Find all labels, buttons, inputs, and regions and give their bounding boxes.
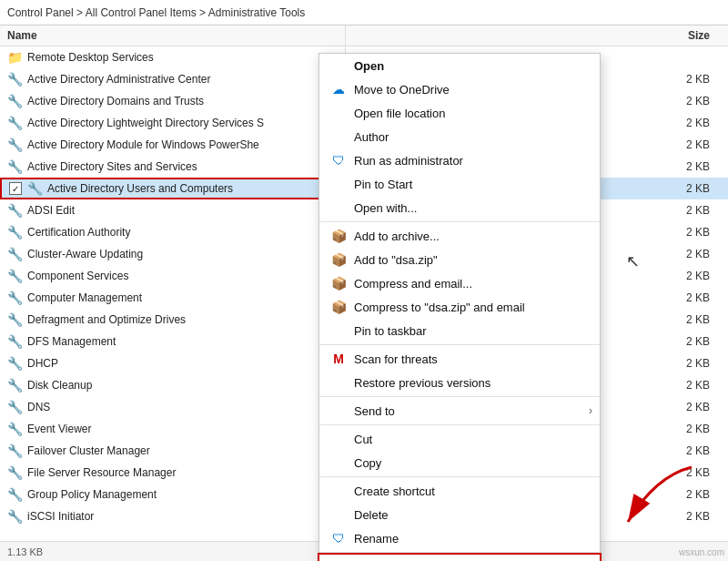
mmc-icon: 🔧 bbox=[7, 203, 22, 218]
context-menu-create-shortcut[interactable]: Create shortcut bbox=[319, 479, 600, 503]
context-menu-restore-prev[interactable]: Restore previous versions bbox=[319, 371, 600, 394]
restore-icon bbox=[330, 374, 347, 391]
context-menu-add-dsa-zip[interactable]: 📦 Add to "dsa.zip" bbox=[319, 248, 600, 271]
name-column-header: Name bbox=[7, 29, 37, 42]
list-item[interactable]: 📁 Remote Desktop Services bbox=[0, 46, 345, 68]
context-menu-properties[interactable]: Properties bbox=[319, 555, 600, 561]
file-items-list: 📁 Remote Desktop Services 🔧 Active Direc… bbox=[0, 46, 345, 556]
list-item[interactable]: 🔧 Active Directory Administrative Center bbox=[0, 68, 345, 90]
item-name: Group Policy Management bbox=[27, 488, 157, 501]
list-item[interactable]: 🔧 Active Directory Domains and Trusts bbox=[0, 90, 345, 112]
item-name: DHCP bbox=[27, 357, 58, 370]
item-name: DNS bbox=[27, 401, 50, 413]
archive-icon: 📦 bbox=[330, 299, 347, 315]
list-item[interactable]: 🔧 DHCP bbox=[0, 352, 345, 374]
location-icon bbox=[330, 105, 347, 121]
context-menu-pin-taskbar[interactable]: Pin to taskbar bbox=[319, 319, 600, 342]
list-item[interactable]: 🔧 DNS bbox=[0, 396, 345, 418]
context-menu-item-label: Run as administrator bbox=[354, 154, 463, 168]
context-menu-delete[interactable]: Delete bbox=[319, 503, 600, 526]
context-menu-item-label: Compress to "dsa.zip" and email bbox=[354, 301, 525, 314]
list-item[interactable]: 🔧 Group Policy Management bbox=[0, 484, 345, 505]
context-menu-send-to[interactable]: Send to › bbox=[319, 399, 600, 423]
item-name: Failover Cluster Manager bbox=[27, 444, 150, 457]
context-menu-author[interactable]: Author bbox=[319, 125, 600, 148]
mmc-icon: 🔧 bbox=[7, 116, 22, 130]
submenu-arrow-icon: › bbox=[589, 404, 592, 417]
context-menu-open-with[interactable]: Open with... bbox=[319, 196, 600, 219]
context-menu-item-label: Cut bbox=[354, 433, 372, 446]
list-item[interactable]: 🔧 Disk Cleanup bbox=[0, 374, 345, 396]
item-name: Active Directory Module for Windows Powe… bbox=[27, 138, 259, 151]
list-item[interactable]: 🔧 Cluster-Aware Updating bbox=[0, 243, 345, 265]
archive-icon: 📦 bbox=[330, 275, 347, 291]
context-menu-move-onedrive[interactable]: ☁ Move to OneDrive bbox=[319, 77, 600, 101]
context-menu-item-label: Add to archive... bbox=[354, 230, 440, 243]
item-name: Defragment and Optimize Drives bbox=[27, 313, 186, 326]
context-menu-run-admin[interactable]: 🛡 Run as administrator bbox=[319, 148, 600, 172]
item-name: Component Services bbox=[27, 270, 128, 282]
item-name: Remote Desktop Services bbox=[27, 51, 154, 64]
context-menu-item-label: Move to OneDrive bbox=[354, 83, 450, 97]
context-menu-compress-dsa-email[interactable]: 📦 Compress to "dsa.zip" and email bbox=[319, 295, 600, 319]
context-menu-open-location[interactable]: Open file location bbox=[319, 101, 600, 125]
mmc-icon: 🔧 bbox=[7, 356, 22, 371]
context-menu-copy[interactable]: Copy bbox=[319, 451, 600, 474]
list-item[interactable]: 🔧 Active Directory Lightweight Directory… bbox=[0, 112, 345, 134]
context-menu-scan-threats[interactable]: M Scan for threats bbox=[319, 347, 600, 371]
menu-separator bbox=[319, 396, 600, 397]
context-menu-item-label: Pin to taskbar bbox=[354, 324, 427, 338]
mmc-icon: 🔧 bbox=[7, 334, 22, 349]
context-menu-item-label: Send to bbox=[354, 404, 395, 418]
shield-icon: 🛡 bbox=[330, 152, 347, 168]
item-name: Cluster-Aware Updating bbox=[27, 248, 143, 260]
list-item[interactable]: 🔧 Event Viewer bbox=[0, 418, 345, 440]
context-menu-item-label: Compress and email... bbox=[354, 277, 472, 291]
list-item[interactable]: 🔧 Computer Management bbox=[0, 287, 345, 309]
list-item[interactable]: 🔧 Defragment and Optimize Drives bbox=[0, 309, 345, 331]
list-item[interactable]: 🔧 iSCSI Initiator bbox=[0, 505, 345, 527]
author-icon bbox=[330, 128, 347, 145]
file-list-header: Name bbox=[0, 26, 345, 46]
context-menu-item-label: Scan for threats bbox=[354, 352, 438, 366]
cut-icon bbox=[330, 431, 347, 447]
mmc-icon: 🔧 bbox=[7, 94, 22, 108]
context-menu-open[interactable]: Open bbox=[319, 54, 600, 77]
item-name: Disk Cleanup bbox=[27, 379, 92, 392]
context-menu-item-label: Open with... bbox=[354, 201, 417, 215]
list-item[interactable]: 🔧 File Server Resource Manager bbox=[0, 462, 345, 484]
list-item[interactable]: 🔧 DFS Management bbox=[0, 331, 345, 352]
mmc-icon: 🔧 bbox=[7, 247, 22, 261]
size-column-header: Size bbox=[346, 26, 728, 46]
open-icon bbox=[330, 57, 347, 74]
item-checkbox[interactable]: ✓ bbox=[9, 182, 22, 195]
context-menu-add-archive[interactable]: 📦 Add to archive... bbox=[319, 224, 600, 248]
list-item-selected[interactable]: ✓ 🔧 Active Directory Users and Computers bbox=[0, 178, 345, 199]
menu-separator bbox=[319, 344, 600, 345]
context-menu-pin-start[interactable]: Pin to Start bbox=[319, 172, 600, 196]
list-item[interactable]: 🔧 Certification Authority bbox=[0, 221, 345, 243]
main-container: Name 📁 Remote Desktop Services 🔧 Active … bbox=[0, 26, 728, 561]
context-menu-compress-email[interactable]: 📦 Compress and email... bbox=[319, 271, 600, 295]
list-item[interactable]: 🔧 Failover Cluster Manager bbox=[0, 440, 345, 462]
item-name: DFS Management bbox=[27, 335, 116, 348]
mmc-icon: 🔧 bbox=[7, 72, 22, 87]
mmc-icon: 🔧 bbox=[7, 159, 22, 174]
watermark: wsxun.com bbox=[679, 547, 724, 557]
mmc-icon: 🔧 bbox=[7, 291, 22, 305]
item-name: Active Directory Domains and Trusts bbox=[27, 95, 204, 107]
list-item[interactable]: 🔧 Active Directory Sites and Services bbox=[0, 156, 345, 178]
list-item[interactable]: 🔧 Active Directory Module for Windows Po… bbox=[0, 134, 345, 156]
context-menu-cut[interactable]: Cut bbox=[319, 427, 600, 451]
context-menu-rename[interactable]: 🛡 Rename bbox=[319, 526, 600, 550]
pin-icon bbox=[330, 176, 347, 192]
shortcut-icon bbox=[330, 483, 347, 499]
list-item[interactable]: 🔧 ADSI Edit bbox=[0, 199, 345, 221]
list-item[interactable]: 🔧 Component Services bbox=[0, 265, 345, 287]
menu-separator bbox=[319, 424, 600, 425]
delete-icon bbox=[330, 506, 347, 523]
mmc-icon: 🔧 bbox=[27, 181, 42, 196]
context-menu: Open ☁ Move to OneDrive Open file locati… bbox=[318, 53, 601, 561]
address-bar-path: Control Panel > All Control Panel Items … bbox=[7, 6, 305, 19]
context-menu-item-label: Rename bbox=[354, 532, 399, 546]
